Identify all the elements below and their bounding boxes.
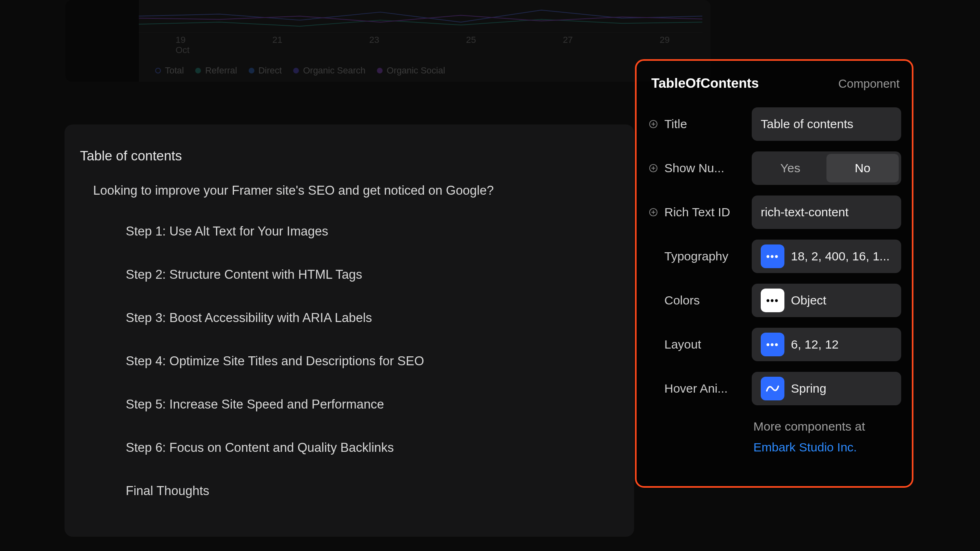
prop-row-hover-animation: Hover Ani... Spring	[646, 372, 901, 405]
rich-text-id-input[interactable]: rich-text-content	[752, 196, 901, 229]
prop-row-title: Title Table of contents	[646, 107, 901, 141]
toggle-no[interactable]: No	[826, 154, 899, 182]
prop-row-colors: Colors ••• Object	[646, 284, 901, 317]
toc-intro-link[interactable]: Looking to improve your Framer site's SE…	[93, 183, 619, 198]
footer-link[interactable]: Embark Studio Inc.	[753, 437, 901, 458]
add-variable-icon[interactable]	[649, 164, 658, 173]
colors-control[interactable]: ••• Object	[752, 284, 901, 317]
component-properties-panel: TableOfContents Component Title Table of…	[635, 59, 913, 488]
typography-control[interactable]: ••• 18, 2, 400, 16, 1...	[752, 240, 901, 273]
legend-dot-icon	[377, 68, 383, 73]
legend-total[interactable]: Total	[155, 65, 184, 76]
prop-label: Typography	[664, 249, 728, 263]
toc-item[interactable]: Step 1: Use Alt Text for Your Images	[126, 224, 619, 239]
title-input[interactable]: Table of contents	[752, 107, 901, 141]
legend-direct[interactable]: Direct	[249, 65, 282, 76]
avatar-placeholder	[65, 0, 139, 82]
panel-footer: More components at Embark Studio Inc.	[646, 416, 901, 458]
hover-animation-control[interactable]: Spring	[752, 372, 901, 405]
toggle-yes[interactable]: Yes	[754, 154, 826, 182]
toc-item[interactable]: Step 3: Boost Accessibility with ARIA La…	[126, 311, 619, 325]
prop-row-rich-text-id: Rich Text ID rich-text-content	[646, 196, 901, 229]
more-options-icon: •••	[761, 333, 784, 356]
more-options-icon: •••	[761, 244, 784, 268]
spring-animation-icon	[761, 377, 784, 400]
object-preview-icon: •••	[761, 289, 784, 312]
prop-label: Rich Text ID	[664, 205, 730, 219]
toc-item[interactable]: Step 5: Increase Site Speed and Performa…	[126, 397, 619, 412]
toc-item[interactable]: Step 6: Focus on Content and Quality Bac…	[126, 440, 619, 455]
analytics-chart-background: 19 21 23 25 27 29 Oct Total Referral Dir…	[65, 0, 710, 82]
legend-dot-icon	[293, 68, 299, 73]
toc-title: Table of contents	[80, 148, 619, 164]
legend-dot-icon	[195, 68, 201, 73]
prop-row-show-numbers: Show Nu... Yes No	[646, 151, 901, 185]
toc-item[interactable]: Step 2: Structure Content with HTML Tags	[126, 267, 619, 282]
legend-referral[interactable]: Referral	[195, 65, 237, 76]
legend-dot-icon	[249, 68, 254, 73]
prop-label: Colors	[664, 293, 700, 307]
prop-label: Hover Ani...	[664, 382, 728, 395]
prop-row-typography: Typography ••• 18, 2, 400, 16, 1...	[646, 240, 901, 273]
content-preview-card: Table of contents Looking to improve you…	[65, 124, 634, 537]
legend-organic-search[interactable]: Organic Search	[293, 65, 365, 76]
toc-item[interactable]: Final Thoughts	[126, 484, 619, 498]
legend-ring-icon	[155, 68, 161, 73]
show-numbers-toggle[interactable]: Yes No	[752, 151, 901, 185]
prop-row-layout: Layout ••• 6, 12, 12	[646, 328, 901, 361]
panel-component-type: Component	[838, 77, 900, 91]
add-variable-icon[interactable]	[649, 120, 658, 129]
prop-label: Show Nu...	[664, 161, 724, 175]
chart-plot-area	[139, 0, 702, 33]
toc-items-list: Step 1: Use Alt Text for Your Images Ste…	[126, 224, 619, 498]
chart-legend: Total Referral Direct Organic Search Org…	[155, 65, 445, 76]
layout-control[interactable]: ••• 6, 12, 12	[752, 328, 901, 361]
legend-organic-social[interactable]: Organic Social	[377, 65, 445, 76]
add-variable-icon[interactable]	[649, 208, 658, 217]
footer-text: More components at	[753, 416, 901, 437]
prop-label: Title	[664, 117, 687, 131]
prop-label: Layout	[664, 338, 701, 351]
chart-month-label: Oct	[176, 45, 189, 56]
panel-component-name: TableOfContents	[651, 76, 759, 91]
toc-item[interactable]: Step 4: Optimize Site Titles and Descrip…	[126, 354, 619, 369]
chart-date-axis: 19 21 23 25 27 29	[139, 35, 702, 45]
